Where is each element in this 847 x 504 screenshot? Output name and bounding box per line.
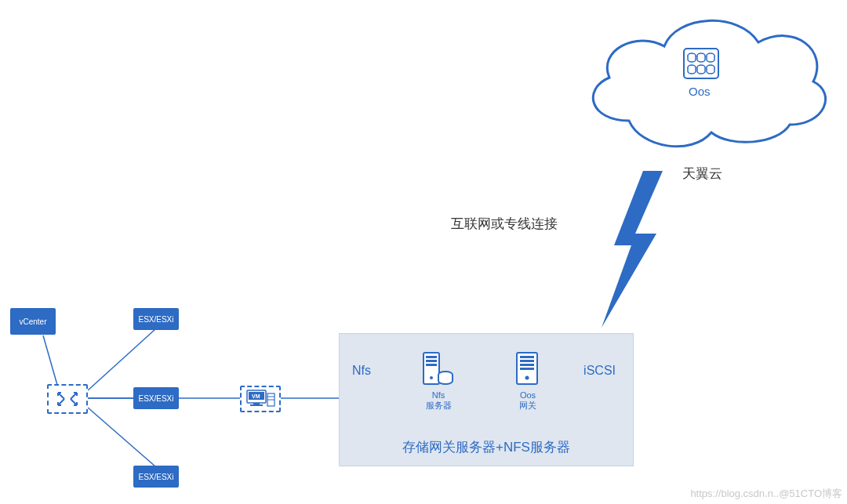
oos-gateway-icon [514, 351, 540, 387]
esx-node-1: ESX/ESXi [133, 308, 179, 330]
svg-marker-26 [602, 171, 663, 328]
esx-node-2: ESX/ESXi [133, 387, 179, 409]
svg-point-25 [525, 376, 529, 380]
svg-rect-15 [426, 356, 437, 358]
cloud-service-label: Oos [689, 85, 711, 98]
watermark: https://blog.csdn.n..@51CTO博客 [690, 487, 842, 501]
nfs-protocol-label: Nfs [352, 364, 371, 378]
svg-rect-9 [253, 403, 260, 404]
svg-line-0 [43, 335, 59, 390]
esx2-label: ESX/ESXi [138, 394, 173, 403]
vcenter-node: vCenter [10, 308, 56, 335]
svg-rect-22 [520, 360, 534, 362]
svg-rect-16 [426, 360, 437, 362]
iscsi-protocol-label: iSCSI [583, 364, 616, 378]
esx-node-3: ESX/ESXi [133, 466, 179, 488]
lightning-icon [592, 171, 671, 328]
oos-gateway-label: Oos 网关 [514, 390, 542, 412]
vm-icon: VM [245, 389, 276, 409]
vcenter-label: vCenter [19, 317, 46, 326]
svg-line-3 [88, 408, 155, 466]
esx3-label: ESX/ESXi [138, 473, 173, 481]
esx1-label: ESX/ESXi [138, 315, 173, 324]
svg-line-1 [88, 329, 155, 390]
svg-point-18 [430, 376, 433, 379]
cloud-name-label: 天翼云 [682, 165, 722, 183]
svg-rect-10 [250, 404, 263, 406]
connection-label: 互联网或专线连接 [451, 215, 558, 233]
gateway-panel: Nfs iSCSI Nfs 服务器 Oos 网关 存储网关服务器+NFS [339, 333, 634, 466]
vm-node: VM [240, 386, 281, 412]
switch-node [47, 384, 88, 414]
svg-text:VM: VM [252, 393, 260, 399]
switch-icon [53, 388, 82, 410]
svg-rect-17 [426, 364, 437, 366]
nfs-server-label: Nfs 服务器 [423, 390, 454, 412]
cloud-storage-icon [682, 47, 720, 80]
svg-rect-21 [520, 356, 534, 358]
svg-rect-23 [520, 364, 534, 366]
svg-rect-24 [520, 368, 534, 370]
nfs-server-icon [420, 351, 455, 387]
gateway-caption: 存储网关服务器+NFS服务器 [340, 438, 633, 456]
